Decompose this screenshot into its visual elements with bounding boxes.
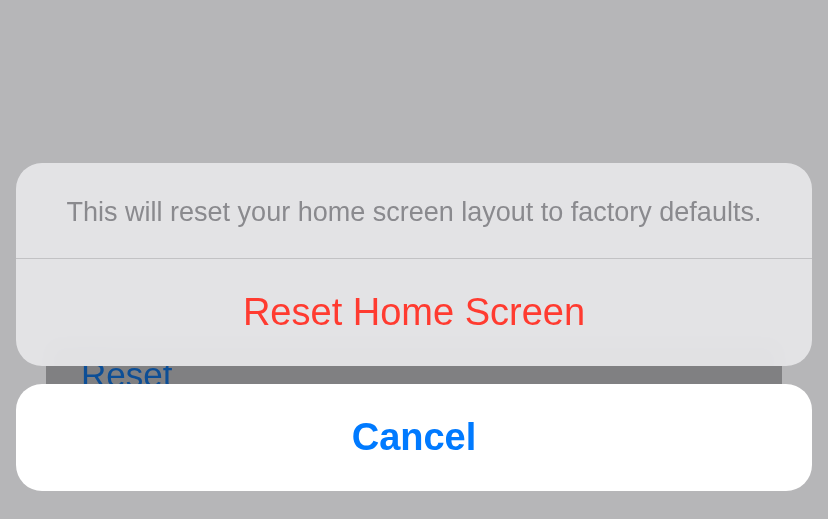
cancel-button[interactable]: Cancel (16, 384, 812, 491)
cancel-button-container: Cancel (16, 384, 812, 491)
action-sheet: This will reset your home screen layout … (16, 163, 812, 366)
reset-home-screen-button[interactable]: Reset Home Screen (16, 259, 812, 366)
action-sheet-message: This will reset your home screen layout … (16, 163, 812, 259)
